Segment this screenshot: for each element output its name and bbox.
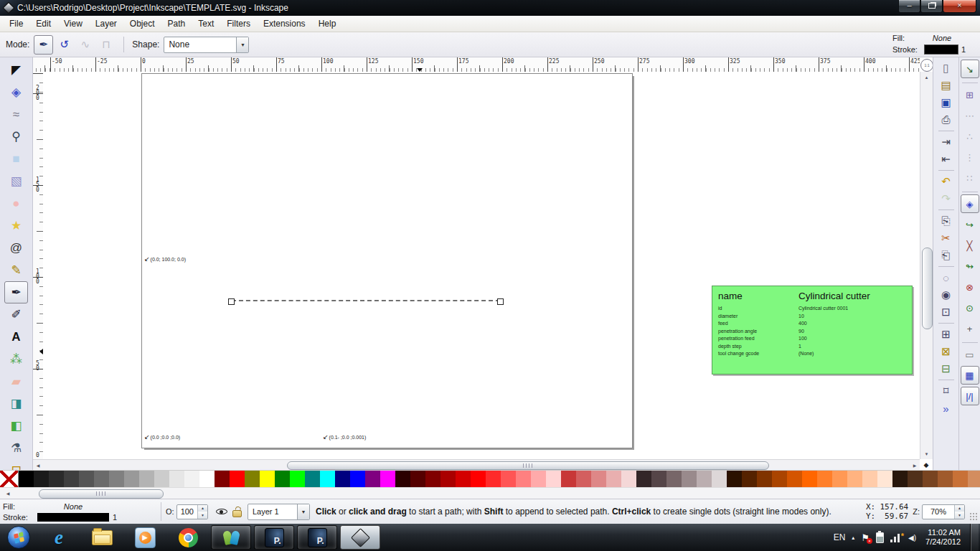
paste-button[interactable]: ⎗ <box>937 247 956 264</box>
bucket-tool[interactable]: ◨ <box>4 392 28 415</box>
palette-swatch[interactable] <box>666 471 682 488</box>
menu-path[interactable]: Path <box>161 17 192 31</box>
palette-swatch[interactable] <box>877 471 892 488</box>
palette-swatch[interactable] <box>230 471 245 488</box>
palette-scrollbar[interactable]: ◀ <box>0 487 980 499</box>
snap-object-centers-toggle[interactable]: + <box>961 319 979 338</box>
layer-visibility-icon[interactable] <box>216 506 227 517</box>
clone-button[interactable]: ⊠ <box>937 343 956 360</box>
palette-swatch[interactable] <box>486 471 501 488</box>
snap-path-intersections-toggle[interactable]: ╳ <box>961 236 979 255</box>
palette-swatch[interactable] <box>275 471 290 488</box>
selected-path[interactable] <box>232 300 500 301</box>
tray-language[interactable]: EN <box>834 532 846 542</box>
snap-bbox-toggle[interactable]: ⊞ <box>961 85 979 104</box>
taskbar-inkscape[interactable] <box>340 525 380 550</box>
opacity-spinbox[interactable]: 100 ▲▼ <box>176 504 208 519</box>
ellipse-tool[interactable]: ● <box>4 192 28 215</box>
spin-down-icon[interactable]: ▼ <box>955 512 964 519</box>
minimize-button[interactable]: – <box>898 0 920 13</box>
document-page[interactable] <box>141 73 633 448</box>
taskbar-media-player[interactable]: ▶ <box>125 525 165 550</box>
palette-swatch[interactable] <box>953 471 968 488</box>
palette-swatch[interactable] <box>757 471 772 488</box>
palette-swatch[interactable] <box>456 471 471 488</box>
palette-scrollbar-thumb[interactable] <box>39 489 164 499</box>
node-tool[interactable]: ◈ <box>4 81 28 103</box>
palette-swatch[interactable] <box>290 471 305 488</box>
palette-swatch[interactable] <box>621 471 636 488</box>
palette-swatch[interactable] <box>892 471 908 488</box>
stroke-swatch[interactable] <box>37 513 109 522</box>
gradient-tool[interactable]: ◧ <box>4 415 28 437</box>
palette-swatch[interactable] <box>350 471 365 488</box>
palette-swatch[interactable] <box>787 471 802 488</box>
palette-swatch[interactable] <box>410 471 425 488</box>
menu-help[interactable]: Help <box>312 17 343 31</box>
palette-swatch[interactable] <box>395 471 410 488</box>
snap-bbox-centers-toggle[interactable]: ∷ <box>961 169 979 187</box>
scroll-left-icon[interactable]: ◀ <box>33 460 43 470</box>
battery-icon[interactable] <box>876 532 884 543</box>
snap-paths-toggle[interactable]: ↪ <box>961 215 979 234</box>
menu-filters[interactable]: Filters <box>220 17 257 31</box>
menu-view[interactable]: View <box>57 17 89 31</box>
volume-icon[interactable]: ◀) <box>908 534 916 542</box>
palette-swatch[interactable] <box>817 471 832 488</box>
open-document-button[interactable]: ▤ <box>937 77 956 94</box>
print-button[interactable]: ⎙ <box>937 111 956 128</box>
taskbar-windows-explorer[interactable] <box>82 525 122 550</box>
palette-swatch[interactable] <box>546 471 561 488</box>
canvas-viewport[interactable]: ↙(0.0; 100.0; 0.0) ↙(0.0 ;0.0 ;0.0) ↙(0.… <box>43 72 920 459</box>
palette-swatch[interactable] <box>802 471 817 488</box>
snap-bbox-edges-toggle[interactable]: ⋯ <box>961 106 979 125</box>
palette-swatch[interactable] <box>938 471 953 488</box>
taskbar-p-app-1[interactable]: P. <box>254 525 294 550</box>
palette-swatch[interactable] <box>245 471 260 488</box>
taskbar-chrome[interactable] <box>168 525 208 550</box>
palette-swatch[interactable] <box>742 471 757 488</box>
fill-value[interactable]: None <box>37 502 109 511</box>
palette-swatch[interactable] <box>320 471 335 488</box>
palette-swatch[interactable] <box>636 471 651 488</box>
menu-file[interactable]: File <box>3 17 29 31</box>
tool-info-box[interactable]: name Cylindrical cutter idCylindrical cu… <box>712 286 913 375</box>
toolbar-overflow-button[interactable]: » <box>937 400 956 417</box>
new-document-button[interactable]: ▯ <box>937 60 956 77</box>
export-button[interactable]: ⇤ <box>937 151 956 168</box>
stroke-swatch[interactable] <box>924 44 958 55</box>
menu-object[interactable]: Object <box>123 17 161 31</box>
zoom-page-button[interactable]: ⊡ <box>937 303 956 321</box>
tray-expand-icon[interactable]: ▴ <box>852 534 854 541</box>
palette-swatch[interactable] <box>516 471 531 488</box>
snap-page-border-toggle[interactable]: ▭ <box>961 345 979 364</box>
menu-edit[interactable]: Edit <box>29 17 57 31</box>
restore-button[interactable] <box>920 0 943 13</box>
calligraphy-tool[interactable]: ✐ <box>4 303 28 326</box>
snap-cusp-nodes-toggle[interactable]: ↬ <box>961 257 979 276</box>
chevron-down-icon[interactable]: ▼ <box>236 37 248 52</box>
close-button[interactable]: × <box>943 0 976 13</box>
mode-bezier-regular[interactable]: ✒ <box>34 35 53 55</box>
undo-button[interactable]: ↶ <box>937 173 956 190</box>
palette-swatch[interactable] <box>727 471 742 488</box>
snap-midpoints-toggle[interactable]: ⊙ <box>961 298 979 317</box>
bezier-tool[interactable]: ✒ <box>4 281 28 303</box>
path-node-handle[interactable] <box>228 298 235 305</box>
snap-enable-toggle[interactable]: ↘ <box>961 60 979 78</box>
no-color-swatch[interactable] <box>0 471 19 488</box>
dropper-tool[interactable]: ⚗ <box>4 437 28 459</box>
palette-swatch[interactable] <box>305 471 320 488</box>
palette-swatch[interactable] <box>380 471 395 488</box>
layer-selector[interactable]: Layer 1 ▼ <box>248 504 310 520</box>
palette-swatch[interactable] <box>215 471 230 488</box>
palette-swatch[interactable] <box>169 471 184 488</box>
pencil-tool[interactable]: ✎ <box>4 259 28 281</box>
eraser-tool[interactable]: ▰ <box>4 370 28 392</box>
spin-up-icon[interactable]: ▲ <box>955 505 964 512</box>
vertical-scrollbar[interactable]: ▲ ▼ <box>920 72 933 459</box>
unlink-clone-button[interactable]: ⊟ <box>937 360 956 377</box>
palette-swatch[interactable] <box>606 471 621 488</box>
spray-tool[interactable]: ⁂ <box>4 348 28 370</box>
scroll-right-icon[interactable]: ▶ <box>910 460 920 470</box>
